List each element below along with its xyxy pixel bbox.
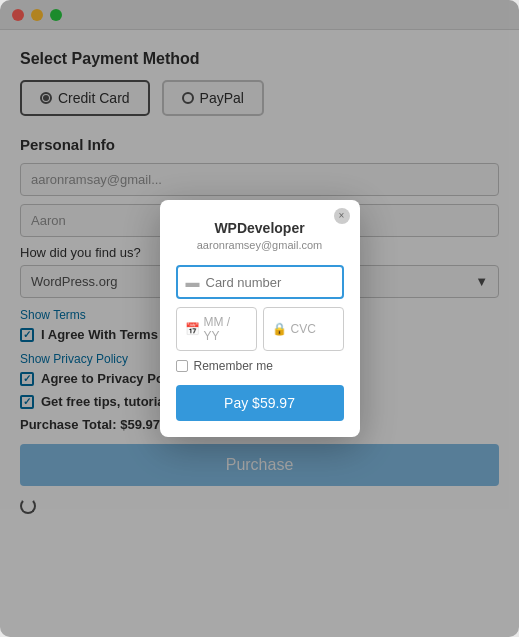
modal-email: aaronramsey@gmail.com	[176, 239, 344, 251]
card-number-input[interactable]	[206, 275, 334, 290]
modal-close-button[interactable]: ×	[334, 208, 350, 224]
calendar-icon: 📅	[185, 322, 200, 336]
expiry-field[interactable]: 📅 MM / YY	[176, 307, 257, 351]
remember-checkbox[interactable]	[176, 360, 188, 372]
card-icon: ▬	[186, 274, 200, 290]
card-number-field[interactable]: ▬	[176, 265, 344, 299]
close-icon: ×	[339, 211, 345, 221]
cvc-placeholder: CVC	[291, 322, 316, 336]
expiry-cvc-row: 📅 MM / YY 🔒 CVC	[176, 307, 344, 351]
stripe-modal: × WPDeveloper aaronramsey@gmail.com ▬ 📅 …	[160, 200, 360, 437]
remember-label: Remember me	[194, 359, 273, 373]
app-window: Select Payment Method Credit Card PayPal…	[0, 0, 519, 637]
expiry-placeholder: MM / YY	[204, 315, 248, 343]
cvc-field[interactable]: 🔒 CVC	[263, 307, 344, 351]
modal-title: WPDeveloper	[176, 220, 344, 236]
pay-button[interactable]: Pay $59.97	[176, 385, 344, 421]
lock-icon: 🔒	[272, 322, 287, 336]
remember-row: Remember me	[176, 359, 344, 373]
modal-overlay: × WPDeveloper aaronramsey@gmail.com ▬ 📅 …	[0, 0, 519, 637]
